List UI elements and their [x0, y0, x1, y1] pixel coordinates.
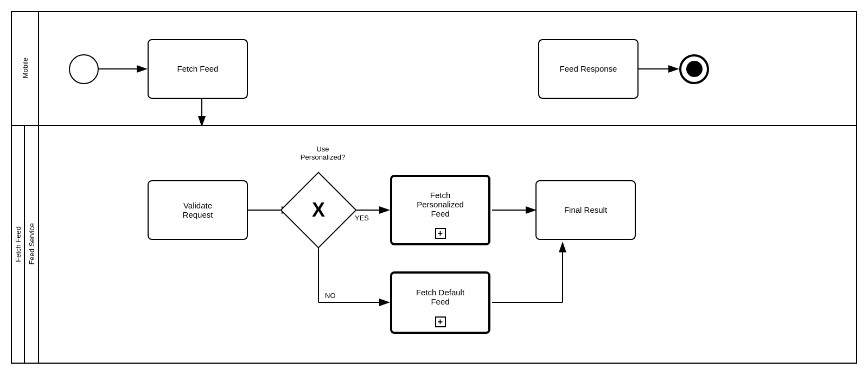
feed-response-label: Feed Response	[560, 64, 617, 73]
top-lane-label-cell: Mobile	[12, 12, 38, 126]
bottom-lane-labels: Fetch Feed Feed Service	[12, 126, 38, 363]
bottom-lane: ValidateRequest X Use Personalized? YES …	[39, 126, 856, 363]
feed-response-node: Feed Response	[538, 39, 639, 99]
fetch-default-node: Fetch DefaultFeed +	[390, 271, 490, 334]
start-event	[69, 54, 99, 84]
feed-service-lane-label: Feed Service	[28, 223, 36, 265]
subprocess-marker-default: +	[435, 316, 446, 327]
swimlanes-wrapper: Mobile Fetch Feed Feed Service	[12, 12, 856, 363]
gateway-container: X	[291, 183, 346, 237]
fetch-feed-label-cell: Fetch Feed	[12, 126, 25, 363]
fetch-personalized-label: FetchPersonalizedFeed	[417, 191, 464, 229]
lane-labels: Mobile Fetch Feed Feed Service	[12, 12, 39, 363]
fetch-default-label: Fetch DefaultFeed	[416, 288, 464, 317]
end-event	[679, 54, 709, 84]
final-result-node: Final Result	[535, 180, 636, 240]
final-result-label: Final Result	[564, 205, 607, 214]
fetch-feed-node: Fetch Feed	[148, 39, 248, 99]
yes-label: YES	[355, 214, 369, 222]
no-label: NO	[325, 291, 336, 300]
fetch-feed-label: Fetch Feed	[177, 64, 219, 73]
gateway-annotation: Use Personalized?	[298, 145, 347, 161]
fetch-personalized-node: FetchPersonalizedFeed +	[390, 175, 490, 245]
gateway-x-label: X	[312, 199, 325, 221]
mobile-lane-label: Mobile	[21, 58, 29, 78]
diagram-container: Mobile Fetch Feed Feed Service	[11, 11, 857, 364]
validate-request-node: ValidateRequest	[148, 180, 248, 240]
bottom-lane-outer: Fetch Feed Feed Service	[12, 126, 38, 363]
fetch-feed-lane-label: Fetch Feed	[14, 226, 22, 262]
subprocess-marker-personalized: +	[435, 228, 446, 239]
lanes-content: Fetch Feed Feed Response	[39, 12, 856, 363]
top-lane: Fetch Feed Feed Response	[39, 12, 856, 126]
feed-service-label-cell: Feed Service	[25, 126, 38, 363]
validate-request-label: ValidateRequest	[183, 201, 213, 219]
